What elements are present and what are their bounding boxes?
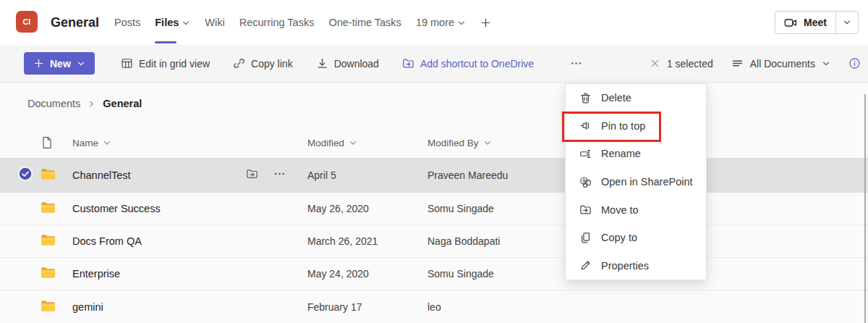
tab-label: Posts <box>114 17 140 28</box>
grid-icon <box>121 57 133 70</box>
tab-recurring-tasks[interactable]: Recurring Tasks <box>239 0 315 45</box>
tab-wiki[interactable]: Wiki <box>205 0 224 45</box>
add-shortcut-icon[interactable] <box>246 168 258 183</box>
modified-date: March 26, 2021 <box>307 235 378 247</box>
chevron-right-icon <box>88 100 95 108</box>
camera-icon <box>784 17 798 28</box>
meet-options-chevron[interactable] <box>835 12 858 33</box>
file-name[interactable]: Enterprise <box>72 268 120 280</box>
toolbar-actions: Edit in grid viewCopy linkDownloadAdd sh… <box>121 45 534 82</box>
pencil-icon <box>579 259 592 272</box>
file-list-content: Documents General Name Modified Modified… <box>0 83 868 323</box>
file-row-customer-success[interactable]: Customer SuccessMay 26, 2020Somu Singade <box>0 193 868 225</box>
column-modified-by-label: Modified By <box>427 137 479 148</box>
breadcrumb: Documents General <box>27 98 142 109</box>
meet-split-button: Meet <box>775 11 859 34</box>
menu-item-open-in-sharepoint[interactable]: SOpen in SharePoint <box>566 168 706 196</box>
toolbar-action-download[interactable]: Download <box>316 57 379 70</box>
view-selector[interactable]: All Documents <box>731 57 830 70</box>
toolbar-action-add-shortcut-to-onedrive[interactable]: Add shortcut to OneDrive <box>402 57 534 70</box>
chevron-down-icon <box>182 19 190 28</box>
file-name[interactable]: gemini <box>72 301 103 313</box>
teams-files-page: CI General PostsFilesWikiRecurring Tasks… <box>0 0 868 323</box>
modified-by: Praveen Mareedu <box>427 169 508 181</box>
modified-date: February 17 <box>307 301 362 313</box>
chevron-down-icon <box>457 19 466 28</box>
modified-date: May 24, 2020 <box>307 268 369 280</box>
column-header-modified[interactable]: Modified <box>307 137 357 148</box>
file-name[interactable]: ChannelTest <box>72 169 131 181</box>
tab-files[interactable]: Files <box>155 0 190 45</box>
tab-one-time-tasks[interactable]: One-time Tasks <box>328 0 401 45</box>
tab-posts[interactable]: Posts <box>114 0 140 45</box>
selected-check-icon[interactable] <box>17 166 33 185</box>
new-button[interactable]: New <box>24 52 95 75</box>
toolbar-action-label: Edit in grid view <box>139 58 210 70</box>
info-button[interactable] <box>848 57 861 70</box>
context-menu: DeletePin to topRenameSOpen in SharePoin… <box>565 83 707 280</box>
file-row-enterprise[interactable]: EnterpriseMay 24, 2020Somu Singade <box>0 258 868 290</box>
toolbar-action-edit-in-grid-view[interactable]: Edit in grid view <box>121 57 210 70</box>
modified-date: May 26, 2020 <box>307 203 369 214</box>
trash-icon <box>579 92 592 104</box>
modified-by: leo <box>427 301 441 313</box>
menu-item-pin-to-top[interactable]: Pin to top <box>566 112 706 140</box>
add-tab-button[interactable] <box>480 0 491 45</box>
row-more-button[interactable] <box>273 168 286 183</box>
plus-icon <box>33 58 44 69</box>
toolbar-more-button[interactable] <box>567 45 585 82</box>
chevron-down-icon <box>103 139 111 148</box>
table-header: Name Modified Modified By <box>0 127 868 158</box>
folder-arrow-icon <box>579 204 592 216</box>
toolbar-right: 1 selected All Documents <box>650 45 861 82</box>
menu-item-label: Move to <box>601 204 639 216</box>
tab-label: Wiki <box>205 17 224 28</box>
menu-item-label: Rename <box>601 148 641 159</box>
chevron-down-icon <box>349 139 357 148</box>
column-name-label: Name <box>72 137 98 148</box>
folder-shortcut-icon <box>402 57 414 70</box>
modified-by: Naga Boddapati <box>427 235 500 247</box>
folder-icon <box>41 168 56 183</box>
copy-icon <box>579 232 592 244</box>
filter-lines-icon <box>731 57 744 70</box>
menu-item-label: Open in SharePoint <box>601 176 693 188</box>
menu-item-move-to[interactable]: Move to <box>566 196 706 224</box>
menu-item-properties[interactable]: Properties <box>566 251 706 280</box>
tab-label: Recurring Tasks <box>239 17 315 28</box>
folder-icon <box>41 267 56 282</box>
menu-item-label: Delete <box>601 92 631 104</box>
column-header-name[interactable]: Name <box>72 137 111 148</box>
file-row-docs-from-qa[interactable]: Docs From QAMarch 26, 2021Naga Boddapati <box>0 225 868 258</box>
toolbar-action-label: Copy link <box>251 58 293 70</box>
tab-label: One-time Tasks <box>328 17 401 28</box>
file-name[interactable]: Docs From QA <box>72 235 142 247</box>
files-toolbar: New Edit in grid viewCopy linkDownloadAd… <box>0 45 868 83</box>
channel-title: General <box>51 0 99 45</box>
selection-count-label: 1 selected <box>667 58 713 70</box>
selection-chip: 1 selected <box>650 58 713 70</box>
rename-icon <box>579 148 592 160</box>
file-row-channeltest[interactable]: ChannelTestApril 5Praveen Mareedu <box>0 158 868 193</box>
menu-item-label: Copy to <box>601 232 637 243</box>
clear-selection-button[interactable] <box>650 58 660 69</box>
file-name[interactable]: Customer Success <box>72 203 161 214</box>
chevron-down-icon <box>843 18 851 27</box>
menu-item-label: Pin to top <box>601 120 645 132</box>
pin-icon <box>579 119 592 132</box>
menu-item-delete[interactable]: Delete <box>566 84 706 112</box>
menu-item-rename[interactable]: Rename <box>566 140 706 168</box>
breadcrumb-documents[interactable]: Documents <box>27 98 80 109</box>
toolbar-action-copy-link[interactable]: Copy link <box>233 57 293 70</box>
file-row-gemini[interactable]: geminiFebruary 17leo <box>0 290 868 323</box>
view-selector-label: All Documents <box>750 58 815 70</box>
column-header-modified-by[interactable]: Modified By <box>427 137 492 148</box>
modified-by: Somu Singade <box>427 268 494 280</box>
vertical-scrollbar[interactable] <box>864 94 866 323</box>
menu-item-label: Properties <box>601 260 649 272</box>
meet-button[interactable]: Meet <box>775 12 835 33</box>
column-modified-label: Modified <box>307 137 344 148</box>
tab-19-more[interactable]: 19 more <box>416 0 466 45</box>
menu-item-copy-to[interactable]: Copy to <box>566 224 706 252</box>
meet-label: Meet <box>804 17 827 28</box>
